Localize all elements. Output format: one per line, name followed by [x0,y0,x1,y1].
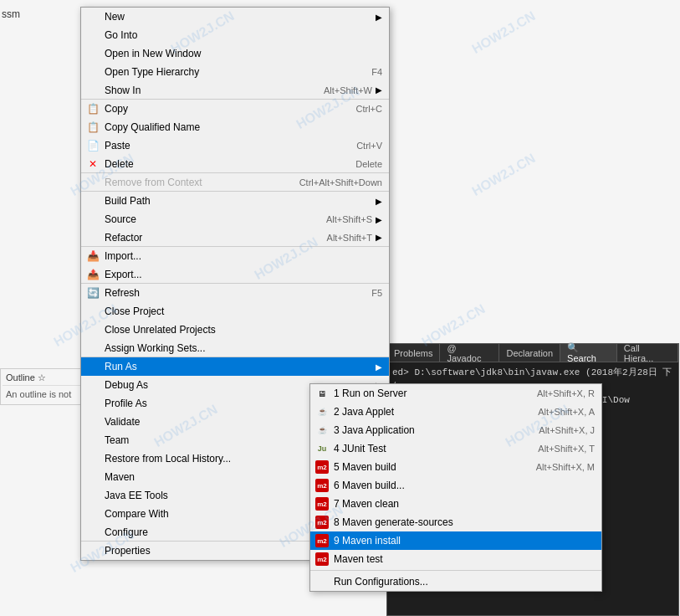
menu-item-show-in[interactable]: Show In Alt+Shift+W ▶ [81,81,389,100]
submenu-label-maven-build2: 6 Maven build... [334,480,595,491]
menu-item-paste[interactable]: 📄 Paste Ctrl+V [81,136,389,155]
submenu-item-maven-clean[interactable]: m2 7 Maven clean [310,495,601,513]
refactor-arrow-icon: ▶ [376,233,382,242]
menu-label-refresh: Refresh [105,287,355,299]
menu-item-open-type-hierarchy[interactable]: Open Type Hierarchy F4 [81,63,389,81]
submenu-label-junit-test: 4 JUnit Test [334,443,529,454]
shortcut-copy: Ctrl+C [356,104,382,114]
outline-title: Outline ☆ [3,371,81,386]
submenu-label-run-configurations: Run Configurations... [334,576,595,588]
submenu-item-maven-build2[interactable]: m2 6 Maven build... [310,476,601,495]
shortcut-refresh: F5 [371,288,382,298]
menu-item-build-path[interactable]: Build Path ▶ [81,192,389,210]
menu-item-close-unrelated[interactable]: Close Unrelated Projects [81,321,389,339]
outline-panel: Outline ☆ An outline is not [0,368,84,405]
menu-item-refactor[interactable]: Refactor Alt+Shift+T ▶ [81,228,389,247]
shortcut-open-type-hierarchy: F4 [371,67,382,77]
submenu-item-maven-build[interactable]: m2 5 Maven build Alt+Shift+X, M [310,458,601,476]
menu-label-assign-working: Assign Working Sets... [105,342,382,354]
junit-icon: Ju [315,444,329,453]
shortcut-source: Alt+Shift+S [326,214,372,224]
menu-item-run-as[interactable]: Run As ▶ [81,357,389,376]
menu-label-open-new-window: Open in New Window [105,48,382,59]
submenu-item-maven-test[interactable]: m2 Maven test [310,550,601,568]
show-in-arrow-icon: ▶ [376,85,382,95]
submenu-label-maven-clean: 7 Maven clean [334,498,595,510]
build-path-arrow-icon: ▶ [376,197,382,206]
menu-item-copy-qualified[interactable]: 📋 Copy Qualified Name [81,118,389,136]
source-arrow-icon: ▶ [376,215,382,224]
menu-label-go-into: Go Into [105,29,382,41]
submenu-label-java-applet: 2 Java Applet [334,406,529,418]
submenu-item-run-on-server[interactable]: 🖥 1 Run on Server Alt+Shift+X, R [310,384,601,403]
submenu-label-maven-install: 9 Maven install [334,535,595,547]
menu-label-refactor: Refactor [105,232,310,244]
shortcut-run-on-server: Alt+Shift+X, R [537,388,595,398]
outline-content: An outline is not [3,386,81,403]
submenu-label-maven-generate: 8 Maven generate-sources [334,516,595,528]
submenu-label-run-on-server: 1 Run on Server [334,388,529,399]
menu-label-copy: Copy [105,103,340,115]
menu-label-show-in: Show In [105,85,307,96]
java-application-icon: ☕ [315,424,329,437]
shortcut-remove-context: Ctrl+Alt+Shift+Down [299,177,382,187]
menu-item-close-project[interactable]: Close Project [81,302,389,321]
menu-label-properties: Properties [105,545,327,557]
submenu-label-maven-build: 5 Maven build [334,461,528,473]
menu-item-go-into[interactable]: Go Into [81,26,389,44]
maven-build2-icon: m2 [315,479,329,492]
menu-item-assign-working[interactable]: Assign Working Sets... [81,339,389,357]
paste-icon: 📄 [86,139,100,152]
shortcut-maven-build: Alt+Shift+X, M [536,462,595,472]
tab-call-hierarchy[interactable]: Call Hiera... [617,344,678,362]
new-arrow-icon: ▶ [376,13,382,22]
run-on-server-icon: 🖥 [315,387,329,400]
menu-item-delete[interactable]: ✕ Delete Delete [81,155,389,173]
menu-label-remove-context: Remove from Context [105,177,283,188]
tab-javadoc[interactable]: @ Javadoc [440,344,499,362]
menu-label-new: New [105,11,372,23]
submenu-run-as: 🖥 1 Run on Server Alt+Shift+X, R ☕ 2 Jav… [309,383,602,592]
tab-search[interactable]: 🔍 Search [560,344,617,362]
copy-qualified-icon: 📋 [86,121,100,134]
run-as-arrow-icon: ▶ [376,362,382,372]
shortcut-java-application: Alt+Shift+X, J [539,425,595,435]
submenu-item-maven-install[interactable]: m2 9 Maven install [310,531,601,550]
menu-label-export: Export... [105,269,382,280]
submenu-item-junit-test[interactable]: Ju 4 JUnit Test Alt+Shift+X, T [310,439,601,458]
shortcut-paste: Ctrl+V [356,141,382,151]
menu-label-build-path: Build Path [105,195,372,207]
menu-item-remove-context: Remove from Context Ctrl+Alt+Shift+Down [81,173,389,192]
menu-item-refresh[interactable]: 🔄 Refresh F5 [81,284,389,302]
console-tabs: Problems @ Javadoc Declaration 🔍 Search … [387,344,678,362]
maven-clean-icon: m2 [315,497,329,511]
menu-item-source[interactable]: Source Alt+Shift+S ▶ [81,210,389,228]
tab-declaration[interactable]: Declaration [499,344,560,362]
menu-label-source: Source [105,213,309,225]
shortcut-delete: Delete [355,159,382,169]
maven-generate-icon: m2 [315,516,329,529]
maven-build-icon: m2 [315,460,329,474]
export-icon: 📤 [86,268,100,281]
menu-item-copy[interactable]: 📋 Copy Ctrl+C [81,100,389,118]
menu-label-import: Import... [105,250,382,262]
submenu-label-java-application: 3 Java Application [334,424,530,436]
menu-label-run-as: Run As [105,361,372,372]
menu-label-close-unrelated: Close Unrelated Projects [105,324,382,336]
submenu-item-maven-generate[interactable]: m2 8 Maven generate-sources [310,513,601,531]
refresh-icon: 🔄 [86,286,100,300]
menu-item-open-new-window[interactable]: Open in New Window [81,44,389,63]
menu-label-paste: Paste [105,140,340,151]
delete-icon: ✕ [86,157,100,171]
menu-item-import[interactable]: 📥 Import... [81,247,389,265]
submenu-item-java-applet[interactable]: ☕ 2 Java Applet Alt+Shift+X, A [310,403,601,421]
menu-label-open-type-hierarchy: Open Type Hierarchy [105,66,355,78]
submenu-label-maven-test: Maven test [334,553,595,565]
java-applet-icon: ☕ [315,405,329,418]
menu-item-new[interactable]: New ▶ [81,8,389,26]
menu-item-export[interactable]: 📤 Export... [81,265,389,284]
tab-problems[interactable]: Problems [387,344,440,362]
shortcut-junit-test: Alt+Shift+X, T [538,444,595,454]
submenu-item-java-application[interactable]: ☕ 3 Java Application Alt+Shift+X, J [310,421,601,439]
submenu-item-run-configurations[interactable]: Run Configurations... [310,572,601,591]
